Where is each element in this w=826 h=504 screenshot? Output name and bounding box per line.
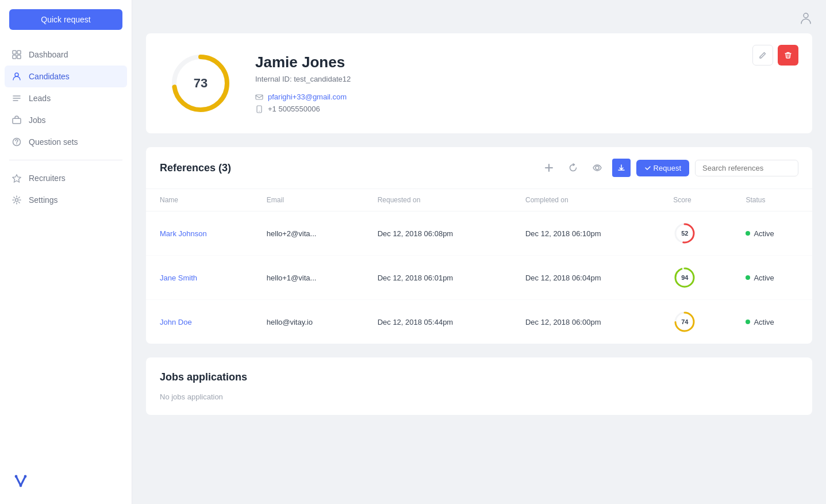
ref-name-link[interactable]: Jane Smith <box>160 274 197 282</box>
request-button[interactable]: Request <box>636 160 689 176</box>
table-row: John Doe hello@vitay.io Dec 12, 2018 05:… <box>146 300 812 344</box>
candidate-email-item: pfarighi+33@gmail.com <box>255 93 789 101</box>
candidate-score-value: 73 <box>194 76 208 91</box>
settings-icon <box>11 195 22 205</box>
search-references-input[interactable] <box>695 160 798 176</box>
svg-point-12 <box>15 475 18 478</box>
user-icon <box>800 11 812 26</box>
ref-name-link[interactable]: Mark Johnson <box>160 229 207 238</box>
svg-point-20 <box>259 110 259 111</box>
ref-score-circle: 74 <box>673 310 696 333</box>
references-actions: Request <box>540 159 798 177</box>
ref-score-value: 94 <box>681 274 688 281</box>
svg-point-14 <box>20 484 22 487</box>
svg-point-15 <box>804 13 808 18</box>
references-header: References (3) <box>146 147 812 189</box>
question-sets-icon <box>11 137 22 147</box>
ref-requested-on: Dec 12, 2018 05:44pm <box>364 300 512 344</box>
ref-score-value: 74 <box>681 318 688 325</box>
ref-score-circle: 94 <box>673 266 696 289</box>
sidebar-item-recruiters[interactable]: Recruiters <box>0 167 132 189</box>
status-dot <box>746 320 750 324</box>
sidebar-item-label: Question sets <box>29 137 78 147</box>
ref-score-circle: 52 <box>673 222 696 245</box>
sidebar-item-question-sets[interactable]: Question sets <box>0 131 132 153</box>
view-toggle-button[interactable] <box>588 159 606 177</box>
ref-status-label: Active <box>754 318 774 326</box>
svg-rect-8 <box>13 118 21 124</box>
sidebar-item-label: Recruiters <box>29 174 66 183</box>
svg-rect-1 <box>17 51 21 54</box>
references-table: Name Email Requested on Completed on Sco… <box>146 189 812 344</box>
candidate-phone: +1 5005550006 <box>268 105 320 113</box>
candidate-card: 73 Jamie Jones Internal ID: test_candida… <box>146 33 812 133</box>
status-dot <box>746 275 750 280</box>
candidate-contact: pfarighi+33@gmail.com +1 5005550006 <box>255 93 789 113</box>
candidate-phone-item: +1 5005550006 <box>255 105 789 113</box>
svg-point-4 <box>15 73 18 76</box>
sidebar-divider <box>9 160 122 160</box>
sidebar-item-dashboard[interactable]: Dashboard <box>0 44 132 66</box>
jobs-icon <box>11 115 22 125</box>
sidebar-nav: Dashboard Candidates <box>0 44 132 467</box>
ref-name-link[interactable]: John Doe <box>160 318 192 326</box>
quick-request-button[interactable]: Quick request <box>9 9 122 30</box>
table-row: Mark Johnson hello+2@vita... Dec 12, 201… <box>146 211 812 256</box>
svg-rect-3 <box>17 55 21 59</box>
jobs-section: Jobs applications No jobs application <box>146 357 812 415</box>
ref-status-label: Active <box>754 229 774 238</box>
sidebar-item-settings[interactable]: Settings <box>0 189 132 211</box>
sidebar-item-label: Leads <box>29 94 51 103</box>
ref-completed-on: Dec 12, 2018 06:04pm <box>512 256 659 300</box>
phone-icon <box>255 105 263 113</box>
sidebar-item-candidates[interactable]: Candidates <box>5 66 127 87</box>
ref-email: hello+2@vita... <box>253 211 364 256</box>
sidebar-item-jobs[interactable]: Jobs <box>0 109 132 131</box>
main-content: 73 Jamie Jones Internal ID: test_candida… <box>132 0 826 504</box>
ref-completed-on: Dec 12, 2018 06:00pm <box>512 300 659 344</box>
sidebar-item-leads[interactable]: Leads <box>0 87 132 109</box>
edit-button[interactable] <box>752 45 773 66</box>
download-button[interactable] <box>612 159 631 177</box>
candidate-actions <box>752 45 798 66</box>
dashboard-icon <box>11 49 22 60</box>
candidates-icon <box>11 71 22 82</box>
col-score: Score <box>659 189 732 211</box>
sidebar: Quick request Dashboard <box>0 0 132 504</box>
app-logo <box>0 467 132 495</box>
refresh-button[interactable] <box>564 159 582 177</box>
ref-status-badge: Active <box>746 318 798 326</box>
svg-marker-10 <box>13 175 21 182</box>
leads-icon <box>11 93 22 103</box>
no-jobs-label: No jobs application <box>160 393 798 401</box>
email-icon <box>255 93 263 101</box>
add-reference-button[interactable] <box>540 159 558 177</box>
col-name: Name <box>146 189 253 211</box>
svg-point-13 <box>24 475 27 478</box>
delete-button[interactable] <box>778 45 798 66</box>
references-section: References (3) <box>146 147 812 344</box>
svg-rect-0 <box>13 51 16 54</box>
ref-status-label: Active <box>754 274 774 282</box>
sidebar-item-label: Jobs <box>29 116 46 125</box>
col-email: Email <box>253 189 364 211</box>
candidate-email[interactable]: pfarighi+33@gmail.com <box>268 93 347 101</box>
svg-point-23 <box>596 166 599 170</box>
jobs-title: Jobs applications <box>160 371 798 383</box>
svg-rect-18 <box>256 95 263 99</box>
sidebar-item-label: Candidates <box>29 72 70 81</box>
candidate-info: Jamie Jones Internal ID: test_candidate1… <box>255 53 789 113</box>
col-status: Status <box>732 189 812 211</box>
candidate-name: Jamie Jones <box>255 53 789 71</box>
sidebar-item-label: Dashboard <box>29 50 68 59</box>
svg-rect-2 <box>13 55 16 59</box>
ref-completed-on: Dec 12, 2018 06:10pm <box>512 211 659 256</box>
ref-status-badge: Active <box>746 229 798 238</box>
sidebar-item-label: Settings <box>29 195 58 205</box>
col-requested-on: Requested on <box>364 189 512 211</box>
topbar <box>146 11 812 26</box>
table-row: Jane Smith hello+1@vita... Dec 12, 2018 … <box>146 256 812 300</box>
ref-email: hello+1@vita... <box>253 256 364 300</box>
references-title: References (3) <box>160 162 533 174</box>
candidate-internal-id: Internal ID: test_candidate12 <box>255 75 789 83</box>
